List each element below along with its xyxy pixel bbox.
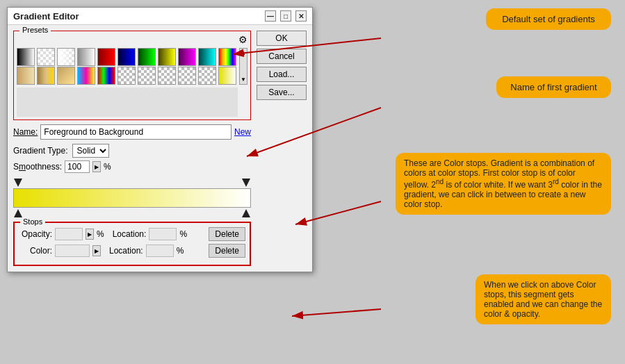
gradient-type-select[interactable]: Solid [72, 144, 109, 158]
opacity-stop-right[interactable] [242, 179, 250, 187]
stops-group-label: Stops [20, 217, 45, 226]
title-bar: Gradient Editor — □ ✕ [8, 8, 312, 25]
gear-icon[interactable]: ⚙ [238, 34, 247, 45]
preset-item[interactable] [117, 67, 136, 85]
color-location-label: Location: [109, 246, 143, 256]
title-bar-buttons: — □ ✕ [265, 10, 307, 22]
left-panel: Presets ⚙ [13, 31, 251, 266]
dialog-body: Presets ⚙ [8, 25, 312, 272]
preset-item[interactable] [77, 67, 95, 85]
preset-item[interactable] [17, 48, 35, 66]
preset-item[interactable] [138, 48, 156, 66]
gradient-preview-bar[interactable] [13, 188, 251, 208]
preset-item[interactable] [218, 48, 236, 66]
preset-item[interactable] [117, 48, 136, 66]
maximize-button[interactable]: □ [280, 10, 291, 22]
preset-item[interactable] [37, 48, 55, 66]
presets-scrollbar[interactable]: ▲ ▼ [239, 48, 247, 85]
preset-item[interactable] [138, 67, 156, 85]
preset-item[interactable] [17, 67, 35, 85]
new-link[interactable]: New [234, 127, 251, 137]
color-row: Color: ▶ Location: % Delete [19, 244, 245, 258]
callout-name-first-gradient: Name of first gradient [496, 76, 611, 98]
load-button[interactable]: Load... [257, 67, 307, 82]
smoothness-label: Smoothness: [13, 162, 62, 172]
preset-item[interactable] [178, 48, 196, 66]
preset-item[interactable] [57, 48, 75, 66]
name-row: Name: New [13, 124, 251, 140]
opacity-location-input[interactable] [149, 228, 177, 240]
save-button[interactable]: Save... [257, 85, 307, 100]
gradient-editor-dialog: Gradient Editor — □ ✕ Presets ⚙ [7, 7, 313, 272]
opacity-row: Opacity: ▶ % Location: % Delete [19, 227, 245, 241]
cancel-button[interactable]: Cancel [257, 49, 307, 64]
color-arrow-btn[interactable]: ▶ [92, 245, 101, 256]
right-buttons: OK Cancel Load... Save... [257, 31, 307, 266]
dialog-title: Gradient Editor [13, 11, 79, 22]
color-location-input[interactable] [146, 245, 174, 257]
preset-item[interactable] [158, 48, 176, 66]
opacity-input[interactable] [55, 228, 83, 240]
svg-line-4 [292, 309, 381, 316]
presets-header: ⚙ [17, 34, 247, 45]
color-location-percent: % [177, 246, 184, 256]
color-delete-button[interactable]: Delete [209, 244, 245, 258]
preset-item[interactable] [198, 48, 216, 66]
opacity-percent: % [97, 229, 104, 239]
stops-group: Stops Opacity: ▶ % Location: % Delete Co… [13, 222, 251, 266]
color-label: Color: [19, 246, 52, 256]
callout-color-stops: These are Color stops. Gradient is a com… [396, 153, 611, 215]
preset-item[interactable] [97, 48, 115, 66]
preset-item[interactable] [77, 48, 95, 66]
opacity-label: Opacity: [19, 229, 52, 239]
name-label: Name: [13, 127, 38, 137]
presets-label: Presets [19, 26, 51, 34]
preset-item[interactable] [97, 67, 115, 85]
presets-row-2 [17, 67, 238, 85]
gradient-type-label: Gradient Type: [13, 146, 68, 156]
close-button[interactable]: ✕ [295, 10, 307, 22]
gradient-stops-top [13, 179, 251, 187]
name-input[interactable] [40, 124, 232, 140]
preset-item[interactable] [178, 67, 196, 85]
presets-empty-area [17, 88, 238, 117]
presets-grid-wrapper: ▲ ▼ [17, 48, 238, 85]
color-stop-left[interactable] [14, 209, 22, 217]
preset-item[interactable] [198, 67, 216, 85]
minimize-button[interactable]: — [265, 10, 276, 22]
callout-default-gradients: Default set of gradients [486, 8, 611, 30]
callout-color-segment: When we click on above Color stops, this… [476, 274, 611, 324]
opacity-delete-button[interactable]: Delete [209, 227, 245, 241]
smoothness-row: Smoothness: ▶ % [13, 160, 251, 173]
opacity-arrow-btn[interactable]: ▶ [86, 229, 94, 240]
preset-item[interactable] [158, 67, 176, 85]
opacity-location-percent: % [179, 229, 187, 239]
preset-item[interactable] [37, 67, 55, 85]
gradient-stops-bottom [13, 209, 251, 217]
ok-button[interactable]: OK [257, 31, 307, 46]
smoothness-unit: % [104, 162, 111, 172]
opacity-stop-left[interactable] [14, 179, 22, 187]
smoothness-increment-button[interactable]: ▶ [92, 161, 101, 172]
presets-row-1 [17, 48, 238, 66]
color-stop-right[interactable] [242, 209, 250, 217]
smoothness-input[interactable] [65, 160, 90, 173]
preset-item[interactable] [218, 67, 236, 85]
gradient-type-row: Gradient Type: Solid [13, 144, 251, 158]
opacity-location-label: Location: [113, 229, 147, 239]
presets-group: Presets ⚙ [13, 31, 251, 120]
color-input[interactable] [55, 245, 90, 257]
preset-item[interactable] [57, 67, 75, 85]
